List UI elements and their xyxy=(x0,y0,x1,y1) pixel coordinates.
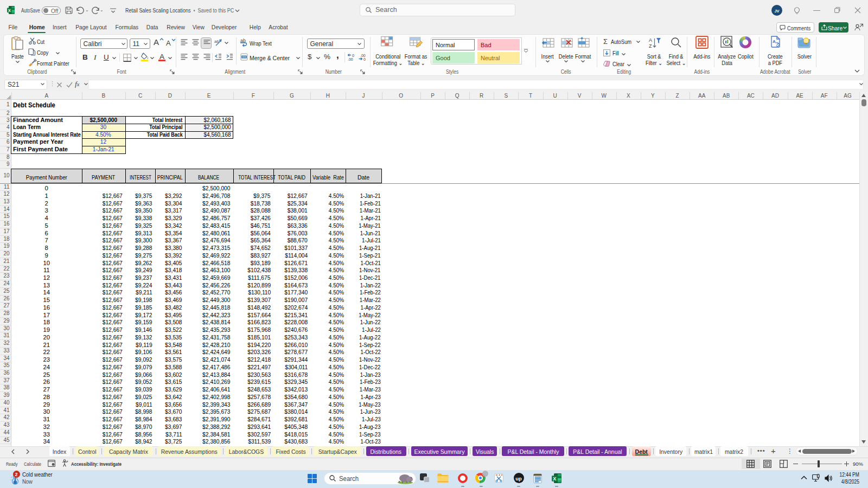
svg-text:A: A xyxy=(649,37,652,43)
svg-text:0: 0 xyxy=(352,54,354,57)
svg-text:A: A xyxy=(773,39,776,44)
svg-text:X: X xyxy=(553,476,556,481)
svg-text:X: X xyxy=(8,8,11,13)
svg-text:.00: .00 xyxy=(348,57,353,61)
svg-text:Z: Z xyxy=(649,43,652,49)
